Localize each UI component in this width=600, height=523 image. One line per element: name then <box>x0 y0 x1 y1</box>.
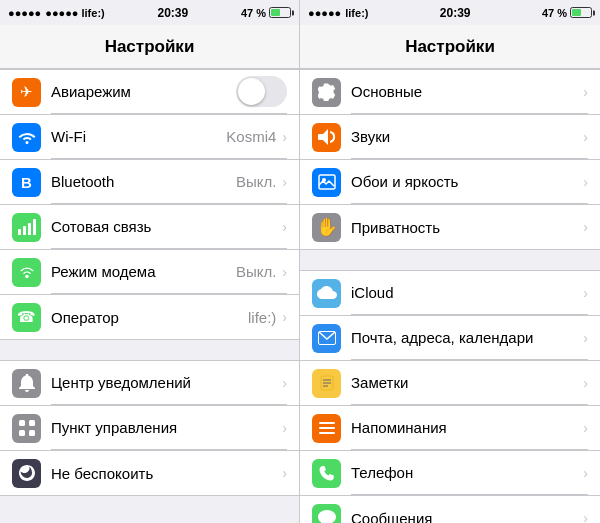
right-panel: ●●●●● life:) 20:39 47 % Настройки Основн… <box>300 0 600 523</box>
chevron-reminders: › <box>583 420 588 436</box>
battery-left: 47 % <box>241 7 291 19</box>
icon-privacy: ✋ <box>312 213 341 242</box>
row-content-notifications: Центр уведомлений › <box>51 361 287 405</box>
row-reminders[interactable]: Напоминания › <box>300 406 600 451</box>
icon-mail <box>312 324 341 353</box>
row-notes[interactable]: Заметки › <box>300 361 600 406</box>
row-operator[interactable]: ☎ Оператор life:) › <box>0 295 299 339</box>
settings-list-right[interactable]: Основные › Звуки › Обои <box>300 69 600 523</box>
row-notifications[interactable]: Центр уведомлений › <box>0 361 299 406</box>
battery-fill-left <box>271 9 280 16</box>
label-airplane: Авиарежим <box>51 83 131 100</box>
chevron-wallpaper: › <box>583 174 588 190</box>
row-mail[interactable]: Почта, адреса, календари › <box>300 316 600 361</box>
chevron-notes: › <box>583 375 588 391</box>
section-accounts: iCloud › Почта, адреса, календари › <box>300 270 600 523</box>
svg-rect-0 <box>18 229 21 235</box>
toggle-knob-airplane <box>238 78 265 105</box>
label-bluetooth: Bluetooth <box>51 173 114 190</box>
battery-icon-left <box>269 7 291 18</box>
icon-operator: ☎ <box>12 303 41 332</box>
value-bluetooth: Выкл. <box>236 173 276 190</box>
chevron-wifi: › <box>282 129 287 145</box>
row-bluetooth[interactable]: B Bluetooth Выкл. › <box>0 160 299 205</box>
gap-1 <box>0 340 299 360</box>
label-dnd: Не беспокоить <box>51 465 153 482</box>
row-content-privacy: Приватность › <box>351 205 588 249</box>
value-hotspot: Выкл. <box>236 263 276 280</box>
icon-messages <box>312 504 341 524</box>
right-bluetooth: Выкл. › <box>236 173 287 190</box>
svg-rect-5 <box>19 420 25 426</box>
chevron-icloud: › <box>583 285 588 301</box>
icon-phone <box>312 459 341 488</box>
row-messages[interactable]: Сообщения › <box>300 496 600 523</box>
right-operator: life:) › <box>248 309 287 326</box>
status-bar-left: ●●●●● ●●●●● life:) 20:39 47 % <box>0 0 299 25</box>
row-content-operator: Оператор life:) › <box>51 295 287 339</box>
svg-rect-1 <box>23 226 26 235</box>
label-notifications: Центр уведомлений <box>51 374 191 391</box>
svg-rect-2 <box>28 223 31 235</box>
label-notes: Заметки <box>351 374 408 391</box>
row-content-sounds: Звуки › <box>351 115 588 159</box>
row-cellular[interactable]: Сотовая связь › <box>0 205 299 250</box>
chevron-general: › <box>583 84 588 100</box>
row-content-icloud: iCloud › <box>351 271 588 315</box>
battery-fill-right <box>572 9 581 16</box>
label-reminders: Напоминания <box>351 419 447 436</box>
label-wallpaper: Обои и яркость <box>351 173 458 190</box>
label-controlcenter: Пункт управления <box>51 419 177 436</box>
svg-rect-8 <box>29 430 35 436</box>
row-content-wifi: Wi-Fi Kosmi4 › <box>51 115 287 159</box>
row-hotspot[interactable]: Режим модема Выкл. › <box>0 250 299 295</box>
toggle-airplane[interactable] <box>236 76 287 107</box>
settings-list-left[interactable]: ✈ Авиарежим Wi-Fi Kosmi4 › <box>0 69 299 523</box>
row-content-reminders: Напоминания › <box>351 406 588 450</box>
chevron-messages: › <box>583 510 588 523</box>
section-top: Основные › Звуки › Обои <box>300 69 600 250</box>
right-hotspot: Выкл. › <box>236 263 287 280</box>
icon-bluetooth: B <box>12 168 41 197</box>
chevron-controlcenter: › <box>282 420 287 436</box>
icon-icloud <box>312 279 341 308</box>
chevron-hotspot: › <box>282 264 287 280</box>
chevron-phone: › <box>583 465 588 481</box>
row-wifi[interactable]: Wi-Fi Kosmi4 › <box>0 115 299 160</box>
row-controlcenter[interactable]: Пункт управления › <box>0 406 299 451</box>
row-general[interactable]: Основные › <box>300 70 600 115</box>
row-sounds[interactable]: Звуки › <box>300 115 600 160</box>
chevron-sounds: › <box>583 129 588 145</box>
svg-point-4 <box>25 275 29 279</box>
chevron-bluetooth: › <box>282 174 287 190</box>
section-connectivity: ✈ Авиарежим Wi-Fi Kosmi4 › <box>0 69 299 340</box>
icon-dnd <box>12 459 41 488</box>
row-icloud[interactable]: iCloud › <box>300 271 600 316</box>
section-system: Центр уведомлений › Пункт управления › <box>0 360 299 496</box>
chevron-privacy: › <box>583 219 588 235</box>
row-content-cellular: Сотовая связь › <box>51 205 287 249</box>
row-content-wallpaper: Обои и яркость › <box>351 160 588 204</box>
row-airplane[interactable]: ✈ Авиарежим <box>0 70 299 115</box>
icon-controlcenter <box>12 414 41 443</box>
label-wifi: Wi-Fi <box>51 128 86 145</box>
icon-general <box>312 78 341 107</box>
row-privacy[interactable]: ✋ Приватность › <box>300 205 600 249</box>
icon-notes <box>312 369 341 398</box>
row-content-controlcenter: Пункт управления › <box>51 406 287 450</box>
signal-dots: ●●●●● <box>8 7 41 19</box>
label-hotspot: Режим модема <box>51 263 156 280</box>
row-content-messages: Сообщения › <box>351 496 588 523</box>
svg-rect-7 <box>19 430 25 436</box>
label-operator: Оператор <box>51 309 119 326</box>
row-content-bluetooth: Bluetooth Выкл. › <box>51 160 287 204</box>
icon-reminders <box>312 414 341 443</box>
icon-wallpaper <box>312 168 341 197</box>
label-icloud: iCloud <box>351 284 394 301</box>
row-phone[interactable]: Телефон › <box>300 451 600 496</box>
icon-cellular <box>12 213 41 242</box>
row-dnd[interactable]: Не беспокоить › <box>0 451 299 495</box>
row-wallpaper[interactable]: Обои и яркость › <box>300 160 600 205</box>
chevron-dnd: › <box>282 465 287 481</box>
page-title-left: Настройки <box>105 37 195 57</box>
